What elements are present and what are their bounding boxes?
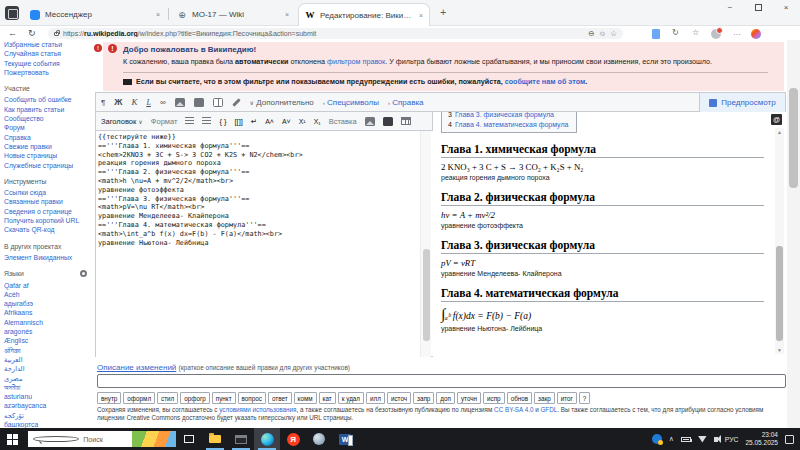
zoom-out-icon[interactable]: ⊖ — [588, 29, 594, 38]
toc-entry[interactable]: 4Глава 4. математическая формула — [448, 120, 568, 130]
quick-summary-button[interactable]: комм — [294, 392, 317, 404]
special-chars-menu[interactable]: › Спецсимволы — [323, 98, 379, 107]
toc-entry[interactable]: 3Глава 3. физическая формула — [448, 112, 568, 120]
link-icon[interactable]: ∞ — [160, 98, 166, 107]
sidebar-language-link[interactable]: asturianu — [4, 392, 93, 401]
more-menu[interactable]: ∨ Дополнительно — [250, 98, 314, 107]
sidebar-language-link[interactable]: অসমীয়া — [4, 383, 93, 392]
scroll-down-icon[interactable]: ▼ — [775, 347, 784, 353]
quick-summary-button[interactable]: уточн — [457, 392, 481, 404]
sputnik-browser-button[interactable] — [306, 428, 332, 450]
insert-media-icon[interactable] — [383, 117, 393, 126]
taskbar-search[interactable]: Поиск — [28, 431, 176, 447]
quick-summary-button[interactable]: ответ — [268, 392, 292, 404]
scrollbar-thumb[interactable] — [789, 88, 798, 188]
quick-summary-button[interactable]: орфогр — [180, 392, 210, 404]
sidebar-link[interactable]: Свежие правки — [4, 142, 93, 151]
sidebar-language-link[interactable]: azərbaycanca — [4, 401, 93, 410]
terms-link[interactable]: условиями использования — [219, 406, 296, 413]
sidebar-link[interactable]: Получить короткий URL — [4, 216, 93, 225]
sidebar-link[interactable]: Как править статьи — [4, 105, 93, 114]
reference-icon[interactable] — [213, 98, 223, 107]
scroll-up-icon[interactable]: ▲ — [775, 129, 784, 135]
scrollbar-thumb[interactable] — [423, 249, 430, 341]
wifi-icon[interactable] — [698, 436, 707, 443]
yandex-browser-button[interactable]: Я — [280, 428, 306, 450]
browser-essentials-icon[interactable]: ↻ — [672, 28, 679, 37]
filter-link[interactable]: фильтром правок — [327, 57, 385, 66]
sidebar-language-link[interactable]: अंगिका — [4, 346, 93, 355]
task-view-button[interactable] — [176, 428, 202, 450]
quick-summary-button[interactable]: вопрос — [238, 392, 266, 404]
sidebar-link[interactable]: Сообщить об ошибке — [4, 95, 93, 104]
quick-summary-button[interactable]: обнов — [507, 392, 532, 404]
summary-help-link[interactable]: Описание изменений — [97, 363, 176, 372]
notification-center-icon[interactable] — [785, 435, 794, 444]
refresh-icon[interactable]: ↻ — [28, 28, 36, 38]
wikilink-brackets-icon[interactable]: [[]] — [235, 117, 243, 126]
tab-close-icon[interactable]: × — [419, 12, 423, 19]
quick-summary-button[interactable]: стил — [157, 392, 178, 404]
tab-messenger[interactable]: Мессенджер × — [24, 3, 166, 26]
tab-close-icon[interactable]: × — [156, 11, 160, 18]
sidebar-link[interactable]: Форум — [4, 123, 93, 132]
tab-close-icon[interactable]: × — [285, 11, 289, 18]
weather-widget-icon[interactable] — [132, 431, 176, 447]
sidebar-link[interactable]: Сообщество — [4, 114, 93, 123]
nowiki-icon[interactable]: { } — [219, 117, 226, 126]
sidebar-language-link[interactable]: Ænglisc — [4, 336, 93, 345]
sidebar-link[interactable]: Элемент Викиданных — [4, 253, 93, 262]
sidebar-language-link[interactable]: الدارجة — [4, 364, 93, 373]
sidebar-link[interactable]: Случайная статья — [4, 49, 93, 58]
tab-mo17-wiki[interactable]: ⊕ MO-17 — Wiki × — [171, 3, 295, 26]
workspaces-icon[interactable] — [5, 6, 19, 20]
quick-summary-button[interactable]: испр — [483, 392, 505, 404]
start-button[interactable] — [0, 428, 24, 450]
terminal-button[interactable] — [228, 428, 254, 450]
big-text-icon[interactable]: A˄ — [265, 118, 274, 125]
sidebar-link[interactable]: Ссылки сюда — [4, 188, 93, 197]
clock[interactable]: 23:0425.05.2025 — [745, 431, 778, 447]
edit-summary-input[interactable] — [97, 374, 786, 388]
word-button[interactable]: W — [332, 428, 358, 450]
sidebar-link[interactable]: Новые страницы — [4, 151, 93, 160]
image-icon[interactable] — [175, 98, 185, 107]
tab-wikipedia-edit-active[interactable]: W Редактирование: ВикипедияПе × — [298, 3, 430, 26]
report-link[interactable]: сообщите нам об этом — [505, 77, 586, 86]
quick-summary-button[interactable]: ? — [579, 392, 591, 404]
sidebar-link[interactable]: Сведения о странице — [4, 207, 93, 216]
quick-summary-button[interactable]: пункт — [212, 392, 236, 404]
newline-icon[interactable]: ↵ — [251, 117, 257, 126]
url-text[interactable]: https://ru.wikipedia.org/w/index.php?tit… — [63, 30, 584, 37]
insert-table-icon[interactable] — [401, 117, 411, 125]
reading-list-icon[interactable] — [652, 29, 660, 41]
sidebar-link[interactable]: Текущие события — [4, 59, 93, 68]
language-indicator[interactable]: РУС — [725, 436, 739, 443]
quick-summary-button[interactable]: закр — [534, 392, 555, 404]
close-button[interactable]: × — [772, 0, 800, 16]
sidebar-link[interactable]: Избранные статьи — [4, 40, 93, 49]
quick-summary-button[interactable]: итог — [557, 392, 577, 404]
sidebar-language-link[interactable]: Qafár af — [4, 281, 93, 290]
textarea-scrollbar[interactable] — [420, 131, 431, 357]
new-tab-button[interactable]: + — [440, 6, 446, 18]
heading-dropdown[interactable]: Заголовок ∨ — [101, 117, 143, 126]
sidebar-language-link[interactable]: تۆرکجه — [4, 411, 93, 420]
quick-summary-button[interactable]: кат — [319, 392, 336, 404]
favorite-star-icon[interactable]: ☆ — [610, 29, 617, 38]
quick-summary-button[interactable]: илл — [366, 392, 385, 404]
sidebar-language-link[interactable]: башҡортса — [4, 420, 93, 428]
preview-button[interactable]: Предпросмотр — [699, 93, 785, 112]
quick-summary-button[interactable]: доп — [436, 392, 455, 404]
quick-summary-button[interactable]: внутр — [97, 392, 121, 404]
media-icon[interactable] — [194, 98, 204, 107]
collections-icon[interactable]: ☆ — [692, 28, 699, 37]
sidebar-link[interactable]: Служебные страницы — [4, 161, 93, 170]
sidebar-link[interactable]: Пожертвовать — [4, 68, 93, 77]
gfdl-link[interactable]: GFDL — [540, 406, 557, 413]
sidebar-language-link[interactable]: адыгабзэ — [4, 299, 93, 308]
back-icon[interactable]: ← — [8, 28, 17, 38]
security-shield-icon[interactable] — [652, 434, 662, 444]
quick-summary-button[interactable]: запр — [413, 392, 434, 404]
wikitext-textarea[interactable]: {{тестируйте ниже}} =='''Глава 1. химиче… — [96, 131, 420, 357]
